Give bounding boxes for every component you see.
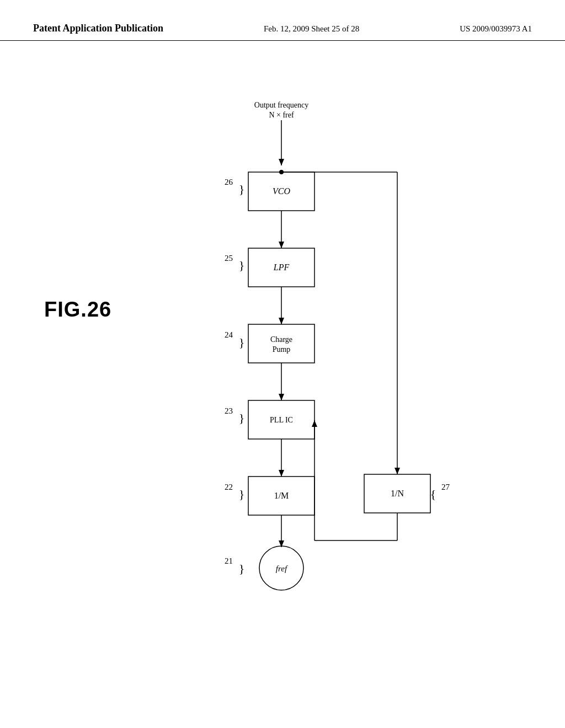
cp-label1: Charge bbox=[270, 335, 292, 344]
brace-21: } bbox=[239, 561, 245, 575]
label-22: 22 bbox=[225, 483, 233, 491]
brace-26: } bbox=[239, 182, 245, 196]
label-24: 24 bbox=[225, 330, 233, 339]
arrowhead-feedback-1n bbox=[395, 468, 400, 474]
arrowhead-pll-1m bbox=[279, 470, 284, 477]
output-freq-label2: N × fref bbox=[269, 111, 294, 119]
1m-label: 1/M bbox=[274, 491, 289, 500]
arrowhead-cp-pll bbox=[279, 394, 284, 400]
arrowhead-feedback-pll bbox=[312, 420, 317, 427]
cp-block bbox=[248, 324, 315, 363]
vco-label: VCO bbox=[273, 186, 290, 196]
label-21: 21 bbox=[225, 556, 233, 565]
label-26: 26 bbox=[225, 178, 233, 186]
brace-27: { bbox=[430, 487, 436, 501]
cp-label2: Pump bbox=[273, 345, 291, 354]
lpf-label: LPF bbox=[273, 263, 290, 272]
label-25: 25 bbox=[225, 254, 233, 263]
publication-title: Patent Application Publication bbox=[33, 22, 163, 35]
circuit-diagram: Output frequency N × fref VCO 26 } LPF 2… bbox=[0, 77, 565, 711]
publication-date-sheet: Feb. 12, 2009 Sheet 25 of 28 bbox=[264, 23, 359, 35]
page-header: Patent Application Publication Feb. 12, … bbox=[0, 0, 565, 41]
fref-label: fref bbox=[276, 564, 288, 573]
brace-23: } bbox=[239, 411, 245, 425]
brace-25: } bbox=[239, 258, 245, 272]
label-27: 27 bbox=[441, 483, 450, 491]
arrowhead-vco-lpf bbox=[279, 242, 284, 248]
arrowhead-lpf-cp bbox=[279, 318, 284, 324]
arrowhead-output bbox=[279, 159, 284, 165]
brace-22: } bbox=[239, 487, 245, 501]
pll-label: PLL IC bbox=[270, 416, 293, 424]
label-23: 23 bbox=[225, 406, 233, 415]
brace-24: } bbox=[239, 335, 245, 349]
publication-number: US 2009/0039973 A1 bbox=[460, 23, 532, 35]
output-freq-label: Output frequency bbox=[254, 101, 308, 109]
1n-label: 1/N bbox=[391, 489, 404, 498]
